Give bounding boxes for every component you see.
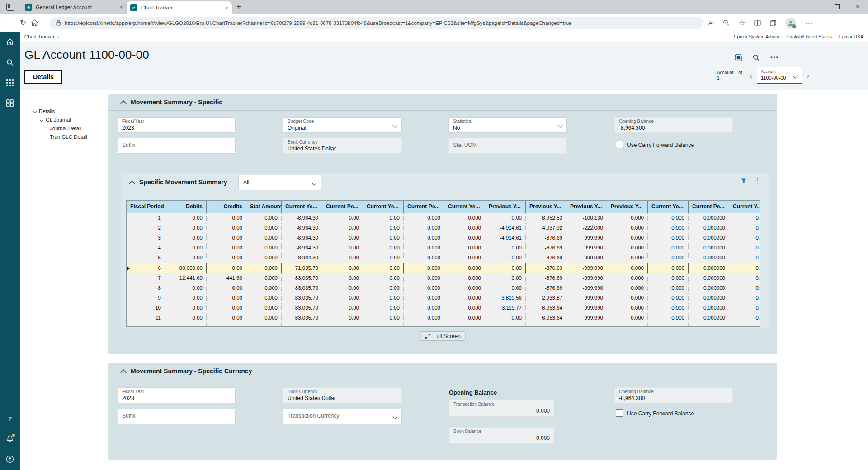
grid-column-header[interactable]: Current Ye... <box>444 201 485 213</box>
table-row[interactable]: 680,000.000.000.00071,035.700.000.000.00… <box>127 263 760 273</box>
table-row[interactable]: 100.000.000.00083,035.700.000.000.0000.0… <box>127 303 760 313</box>
page-more-icon[interactable]: ⋯ <box>770 52 778 63</box>
close-tab-icon[interactable]: × <box>225 5 228 11</box>
home-icon[interactable] <box>31 19 46 27</box>
grid-column-header[interactable]: Previous Y... <box>566 201 607 213</box>
summary-filter-combo[interactable]: All <box>238 175 321 190</box>
grid-column-header[interactable]: Current Ye... <box>648 201 689 213</box>
browser-tab-chart-tracker[interactable]: e Chart Tracker × <box>127 1 232 14</box>
refresh-icon[interactable]: ↻ <box>15 18 31 28</box>
tree-item-tran-glc-detail[interactable]: Tran GLC Detail <box>33 132 110 141</box>
grid-column-header[interactable]: Current Ye... <box>282 201 322 213</box>
table-cell: 0.000000 <box>689 263 729 273</box>
next-record-icon[interactable]: › <box>807 71 809 80</box>
collections-icon[interactable] <box>770 20 776 26</box>
grid-column-header[interactable]: Current Y... <box>729 201 760 213</box>
section-header[interactable]: Movement Summary - Specific Currency <box>108 363 777 380</box>
table-cell: 999.990 <box>566 243 607 253</box>
apps-grid-icon[interactable] <box>6 79 14 87</box>
table-row[interactable]: 20.000.000.000-8,964.300.000.000.0000.00… <box>127 223 760 233</box>
fiscal-year-field-2[interactable]: Fiscal Year 2023 <box>118 387 236 403</box>
grid-column-header[interactable]: Current Pe... <box>404 201 444 213</box>
page-search-icon[interactable] <box>752 54 760 61</box>
grid-column-header[interactable]: Previous Y... <box>607 201 648 213</box>
table-row[interactable]: 80.000.000.00083,035.700.000.000.0000.00… <box>127 283 760 293</box>
breadcrumb[interactable]: Chart Tracker <box>24 34 55 39</box>
close-window-button[interactable]: × <box>847 0 868 13</box>
favorites-star-icon[interactable]: ☆ <box>739 19 745 27</box>
grid-column-header[interactable]: Fiscal Period <box>127 201 165 213</box>
table-cell: 0.000 <box>607 313 648 323</box>
statistical-combo[interactable]: Statistical No <box>448 117 567 133</box>
table-row[interactable]: 712,441.60441.600.00083,035.700.000.000.… <box>127 273 760 283</box>
table-cell: 0.000 <box>404 253 444 263</box>
grid-column-header[interactable]: Previous Y... <box>485 201 526 213</box>
details-view-tab[interactable]: Details <box>24 70 62 84</box>
close-tab-icon[interactable]: × <box>119 4 123 10</box>
filter-funnel-icon[interactable] <box>741 178 747 184</box>
full-screen-button[interactable]: Full Screen <box>420 331 466 341</box>
section-header[interactable]: Movement Summary - Specific <box>108 94 777 111</box>
table-row[interactable]: 10.000.000.000-8,964.300.000.000.0000.00… <box>127 213 760 223</box>
table-row[interactable]: 110.000.000.00083,035.700.000.000.0000.0… <box>127 313 760 323</box>
account-person-icon[interactable] <box>6 455 14 463</box>
help-icon[interactable]: ? <box>6 415 14 423</box>
budget-code-combo[interactable]: Budget Code Original <box>283 117 402 133</box>
dashboard-nav-icon[interactable] <box>6 99 14 107</box>
table-row[interactable]: 40.000.000.000-8,964.300.000.000.0000.00… <box>127 243 760 253</box>
use-carry-forward-checkbox[interactable] <box>616 141 623 148</box>
table-cell: -876.69 <box>526 273 566 283</box>
transaction-currency-combo[interactable]: Transaction Currency <box>283 409 402 424</box>
language-link[interactable]: English/United States <box>786 34 831 39</box>
table-row[interactable]: 30.000.000.000-8,964.300.000.000.0000.00… <box>127 233 760 243</box>
table-row[interactable]: 120.000.000.00083,035.700.000.000.0000.0… <box>127 323 760 327</box>
new-tab-button[interactable]: + <box>236 2 241 11</box>
chevron-down-icon[interactable] <box>40 118 43 121</box>
notifications-bell-icon[interactable] <box>6 435 14 443</box>
grid-column-header[interactable]: Credits <box>207 201 246 213</box>
suffix-field-2[interactable]: Suffix <box>118 409 236 424</box>
suffix-field[interactable]: Suffix <box>118 138 236 154</box>
grid-column-header[interactable]: Current Pe... <box>689 201 729 213</box>
search-nav-icon[interactable] <box>6 58 14 66</box>
table-row[interactable]: 50.000.000.000-8,964.300.000.000.0000.00… <box>127 253 760 263</box>
minimize-button[interactable]: – <box>806 0 826 13</box>
maximize-button[interactable] <box>826 0 847 13</box>
table-row[interactable]: 90.000.000.00083,035.700.000.000.0000.00… <box>127 293 760 303</box>
table-cell: 83,035.70 <box>282 323 322 327</box>
account-combo[interactable]: Account 1100-00-00 <box>757 67 802 84</box>
split-screen-icon[interactable] <box>754 20 761 26</box>
home-nav-icon[interactable] <box>6 38 14 46</box>
grid-column-header[interactable]: Current Pe... <box>322 201 363 213</box>
tree-item-details[interactable]: Details <box>33 107 110 115</box>
movement-summary-grid[interactable]: Fiscal PeriodDebitsCreditsStat AmountCur… <box>126 200 760 327</box>
overview-layout-icon[interactable] <box>735 54 742 61</box>
use-carry-forward-checkbox-2[interactable] <box>616 409 623 417</box>
previous-record-icon[interactable]: ‹ <box>750 71 752 80</box>
browser-menu-icon[interactable]: ⋯ <box>805 19 812 27</box>
read-aloud-icon[interactable]: A⁾ <box>708 20 714 26</box>
collapse-chevron-icon[interactable] <box>120 369 127 376</box>
back-icon[interactable]: ← <box>0 19 15 28</box>
tree-item-gl-journal[interactable]: GL Journal <box>33 115 110 124</box>
grid-column-header[interactable]: Stat Amount <box>246 201 282 213</box>
tab-workspaces-icon[interactable] <box>6 3 14 11</box>
current-user-link[interactable]: Epicor System Admin <box>734 34 779 39</box>
fiscal-year-field[interactable]: Fiscal Year 2023 <box>118 117 236 133</box>
grid-column-header[interactable]: Previous Y... <box>526 201 566 213</box>
grid-column-header[interactable]: Current Ye... <box>363 201 404 213</box>
grid-menu-kebab-icon[interactable]: ⋮ <box>754 177 761 184</box>
browser-profile-avatar[interactable] <box>785 18 796 28</box>
table-cell: 0.00 <box>485 243 526 253</box>
table-cell: 0.000 <box>444 283 485 293</box>
table-cell: 0.000 <box>246 303 282 313</box>
tree-item-journal-detail[interactable]: Journal Detail <box>33 124 110 132</box>
chevron-down-icon[interactable] <box>33 109 37 113</box>
grid-column-header[interactable]: Debits <box>165 201 207 213</box>
zoom-icon[interactable] <box>723 19 730 26</box>
browser-tab-general-ledger-account[interactable]: e General Ledger Account × <box>21 1 127 13</box>
address-bar[interactable]: https://epicorsi/kinetic/apps/erp/home/#… <box>50 17 703 29</box>
collapse-chevron-icon[interactable] <box>120 100 127 107</box>
company-link[interactable]: Epicor USA <box>839 34 863 39</box>
collapse-chevron-icon[interactable] <box>129 180 135 187</box>
